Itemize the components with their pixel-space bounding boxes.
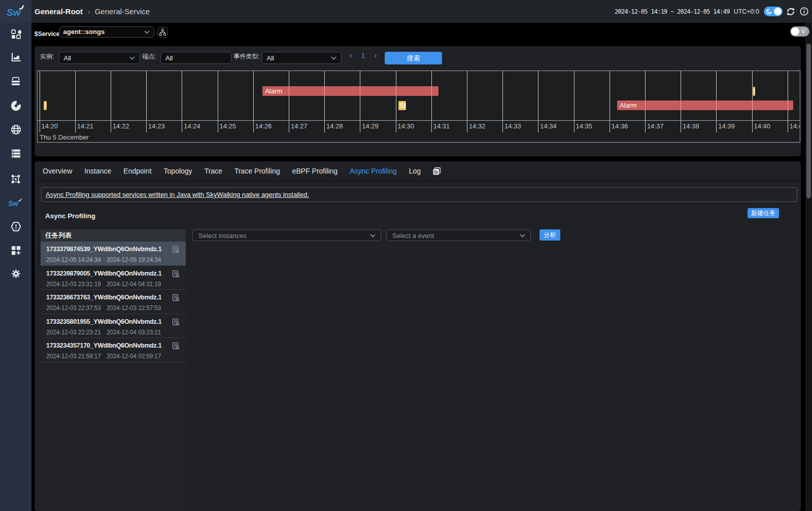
breadcrumb-current[interactable]: General-Service [95, 7, 150, 16]
task-start-time: 2024-12-03 22:37:53 [46, 304, 101, 312]
sidebar-item-alerts[interactable] [0, 217, 31, 237]
notice-link[interactable]: Async Profiling supported services writt… [46, 191, 309, 198]
tab-async-profiling[interactable]: Async Profiling [350, 167, 397, 175]
event-select[interactable]: Select a event [386, 229, 531, 241]
analyze-button[interactable]: 分析 [539, 229, 560, 241]
tab-instance[interactable]: Instance [84, 167, 111, 175]
time-range[interactable]: 2024-12-05 14:19 ~ 2024-12-05 14:49 [615, 8, 730, 15]
endpoint-filter-input[interactable]: All [160, 52, 231, 64]
svg-text:Sw: Sw [8, 199, 19, 208]
tab-topology[interactable]: Topology [164, 167, 192, 175]
task-id: 1733235801955_YWdlbnQ6OnNvbmdz.1 [46, 318, 186, 326]
sidebar: Sw [0, 0, 31, 511]
tab-bar: Overview Instance Endpoint Topology Trac… [35, 161, 801, 181]
chevron-down-icon [520, 234, 525, 237]
info-icon [800, 7, 808, 16]
timeline-event-item[interactable]: S [43, 100, 47, 111]
task-detail-button[interactable] [172, 294, 180, 301]
event-type-filter-select[interactable]: All [262, 52, 342, 64]
timeline-minor-label: 14:32 [469, 122, 486, 130]
page-scrollbar-thumb[interactable] [806, 44, 811, 198]
task-end-time: 2024-12-05 19:24:34 [107, 256, 161, 264]
sitemap-icon [159, 29, 166, 36]
sidebar-item-skywalking[interactable]: Sw [0, 193, 31, 213]
info-button[interactable] [799, 7, 809, 17]
gear-icon [11, 268, 21, 279]
service-label: $Service [35, 30, 59, 38]
timeline-event-item[interactable]: S [752, 86, 756, 96]
sidebar-item-layers[interactable] [0, 72, 31, 92]
refresh-button[interactable] [786, 7, 796, 17]
topbar: General-Root › General-Service 2024-12-0… [31, 0, 812, 23]
task-detail-button[interactable] [172, 270, 180, 278]
timeline-gridline-overlay [324, 71, 325, 132]
endpoint-filter-value: All [165, 54, 173, 62]
service-topology-button[interactable] [157, 27, 168, 38]
timeline-minor-label: 14:36 [612, 122, 628, 130]
version-toggle[interactable]: V [790, 26, 809, 37]
sidebar-item-settings[interactable] [0, 264, 31, 284]
tab-trace-profiling[interactable]: Trace Profiling [234, 167, 280, 175]
event-timeline[interactable]: Thu 5 December 14:2014:2114:2214:2314:24… [37, 71, 800, 143]
section-title: Async Profiling [45, 212, 95, 220]
timeline-gridline-overlay [610, 71, 610, 132]
dashboard-pages-button[interactable] [432, 167, 441, 176]
notice-box: Async Profiling supported services writt… [41, 187, 797, 202]
sidebar-item-topology[interactable] [0, 169, 31, 189]
tab-log[interactable]: Log [409, 167, 421, 175]
task-row[interactable]: 1733234357170_YWdlbnQ6OnNvbmdz.12024-12-… [41, 338, 186, 362]
page-number: 1 [361, 52, 365, 59]
instances-select[interactable]: Select instances [192, 229, 381, 241]
sidebar-item-marketplace[interactable] [0, 240, 31, 260]
service-select-value: agent::songs [63, 28, 105, 36]
task-start-time: 2024-12-05 14:24:34 [46, 256, 101, 264]
task-row[interactable]: 1733236673763_YWdlbnQ6OnNvbmdz.12024-12-… [41, 290, 186, 314]
timeline-gridline-overlay [253, 71, 254, 132]
timeline-gridline-overlay [396, 71, 396, 132]
task-id: 1733379874539_YWdlbnQ6OnNvbmdz.1 [46, 245, 186, 253]
timeline-alarm-item[interactable]: Alarm [617, 100, 793, 110]
task-start-time: 2024-12-03 21:59:17 [46, 352, 101, 360]
sidebar-item-browser[interactable] [0, 119, 31, 140]
sidebar-item-charts[interactable] [0, 48, 31, 68]
timeline-minor-label: 14:25 [220, 122, 236, 130]
tab-trace[interactable]: Trace [205, 167, 222, 175]
document-search-icon [172, 270, 180, 278]
document-search-icon [172, 318, 180, 326]
sidebar-item-dashboard[interactable] [0, 24, 31, 45]
instance-filter-select[interactable]: All [59, 52, 141, 64]
task-row[interactable]: 1733239879005_YWdlbnQ6OnNvbmdz.12024-12-… [41, 266, 186, 290]
timeline-minor-label: 14:22 [113, 122, 129, 130]
task-row[interactable]: 1733379874539_YWdlbnQ6OnNvbmdz.12024-12-… [41, 242, 186, 266]
timeline-event-item[interactable]: St [398, 100, 406, 111]
next-page-button[interactable]: › [373, 51, 379, 59]
tab-ebpf-profiling[interactable]: eBPF Profiling [292, 167, 337, 175]
task-list: 任务列表 1733379874539_YWdlbnQ6OnNvbmdz.1202… [41, 229, 186, 511]
task-row[interactable]: 1733235801955_YWdlbnQ6OnNvbmdz.12024-12-… [41, 314, 186, 338]
tab-overview[interactable]: Overview [43, 167, 72, 175]
sidebar-item-servers[interactable] [0, 143, 31, 163]
chevron-down-icon [370, 234, 376, 237]
timeline-minor-label: 14:35 [576, 122, 593, 130]
page-scrollbar[interactable] [805, 23, 812, 511]
theme-toggle-knob [774, 8, 782, 15]
theme-toggle[interactable] [764, 7, 783, 16]
service-select[interactable]: agent::songs [59, 26, 154, 38]
task-detail-button[interactable] [172, 342, 180, 350]
task-detail-button[interactable] [172, 318, 180, 326]
task-end-time: 2024-12-04 03:23:21 [107, 328, 161, 336]
timeline-axis-line [38, 120, 800, 121]
sidebar-item-pie[interactable] [0, 95, 31, 116]
prev-page-button[interactable]: ‹ [348, 51, 354, 59]
task-detail-button[interactable] [172, 246, 180, 253]
task-id: 1733239879005_YWdlbnQ6OnNvbmdz.1 [46, 269, 186, 278]
breadcrumb-root[interactable]: General-Root [35, 7, 83, 16]
new-task-button[interactable]: 新建任务 [748, 208, 779, 218]
timezone[interactable]: UTC+0:0 [734, 8, 759, 15]
timeline-minor-label: 14:26 [255, 122, 272, 130]
app-logo[interactable]: Sw [0, 0, 31, 23]
tab-endpoint[interactable]: Endpoint [123, 167, 151, 175]
logo-text: Sw [7, 7, 21, 18]
search-button[interactable]: 搜索 [385, 52, 442, 64]
main-panel: Overview Instance Endpoint Topology Trac… [35, 161, 801, 511]
